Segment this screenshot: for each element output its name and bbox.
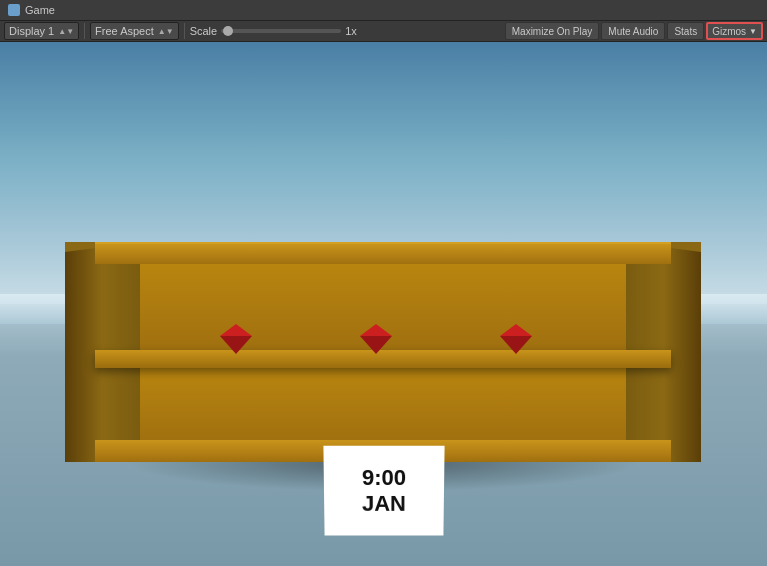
display-dropdown[interactable]: Display 1 ▲▼ <box>4 22 79 40</box>
gem-1 <box>220 324 252 354</box>
stats-button[interactable]: Stats <box>667 22 704 40</box>
shelf <box>65 242 701 462</box>
gizmos-button[interactable]: Gizmos ▼ <box>706 22 763 40</box>
clock-month: JAN <box>361 491 405 517</box>
gem-2-bottom <box>360 336 392 354</box>
title-bar-label: Game <box>25 4 55 16</box>
maximize-button[interactable]: Maximize On Play <box>505 22 600 40</box>
mute-button[interactable]: Mute Audio <box>601 22 665 40</box>
stats-label: Stats <box>674 26 697 37</box>
scale-slider[interactable] <box>221 29 341 33</box>
shelf-inner-bottom <box>95 368 671 442</box>
aspect-label: Free Aspect <box>95 25 154 37</box>
scale-container: Scale 1x <box>190 25 357 37</box>
title-bar: Game <box>0 0 767 20</box>
scale-value: 1x <box>345 25 357 37</box>
scale-thumb <box>223 26 233 36</box>
gem-2-top <box>360 324 392 336</box>
sep-1 <box>84 23 85 39</box>
mute-label: Mute Audio <box>608 26 658 37</box>
gem-1-bottom <box>220 336 252 354</box>
scale-label: Scale <box>190 25 218 37</box>
shelf-top-board <box>95 242 671 264</box>
gizmos-arrow-icon: ▼ <box>749 27 757 36</box>
aspect-arrow-icon: ▲▼ <box>158 27 174 36</box>
gem-2 <box>360 324 392 354</box>
game-viewport: 9:00 JAN <box>0 42 767 566</box>
aspect-dropdown[interactable]: Free Aspect ▲▼ <box>90 22 179 40</box>
toolbar: Display 1 ▲▼ Free Aspect ▲▼ Scale 1x Max… <box>0 20 767 42</box>
gem-3-bottom <box>500 336 532 354</box>
gem-1-top <box>220 324 252 336</box>
display-arrow-icon: ▲▼ <box>58 27 74 36</box>
game-icon <box>8 4 20 16</box>
sep-2 <box>184 23 185 39</box>
clock-sign: 9:00 JAN <box>323 446 444 536</box>
gem-3 <box>500 324 532 354</box>
clock-time: 9:00 <box>361 465 405 491</box>
maximize-label: Maximize On Play <box>512 26 593 37</box>
display-label: Display 1 <box>9 25 54 37</box>
gem-3-top <box>500 324 532 336</box>
gizmos-label: Gizmos <box>712 26 746 37</box>
